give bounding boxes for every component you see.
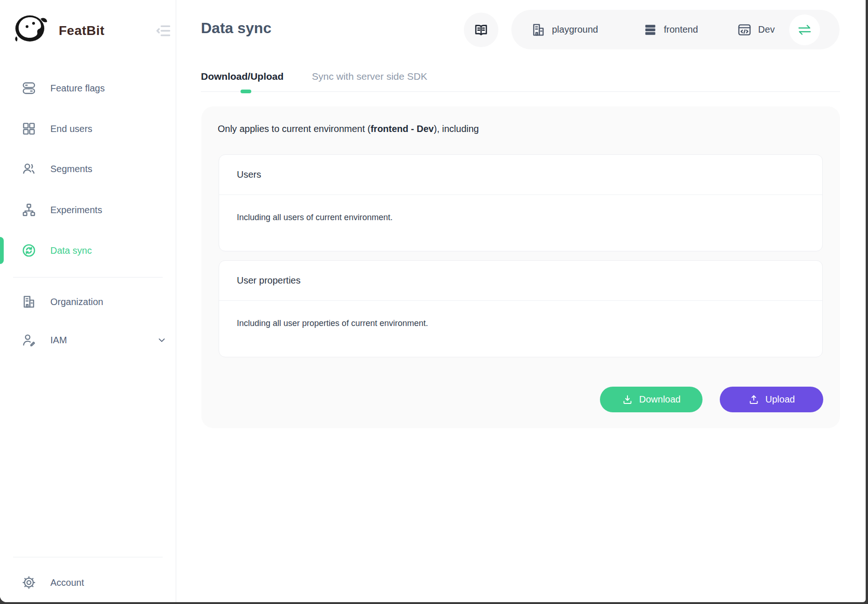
upload-icon: [748, 394, 759, 405]
active-tab-indicator: [241, 90, 251, 93]
data-sync-panel: Only applies to current environment (fro…: [201, 106, 840, 428]
end-users-icon: [21, 121, 36, 136]
users-section-title: Users: [219, 155, 822, 195]
docs-book-icon: [474, 23, 489, 37]
user-properties-section-card: User properties Including all user prope…: [219, 260, 823, 357]
switch-environment-icon: [797, 24, 813, 36]
download-icon: [622, 394, 633, 405]
sidebar-item-segments[interactable]: Segments: [0, 149, 176, 189]
brand-name: FeatBit: [59, 23, 104, 38]
switch-environment-button[interactable]: [789, 14, 820, 45]
upload-button[interactable]: Upload: [720, 387, 823, 412]
user-properties-section-description: Including all user properties of current…: [219, 301, 822, 328]
documentation-button[interactable]: [464, 13, 498, 47]
sidebar-item-iam[interactable]: IAM: [0, 321, 176, 359]
sidebar-item-label: Segments: [50, 164, 92, 174]
organization-icon: [21, 294, 36, 309]
segments-icon: [21, 161, 36, 176]
current-org-label[interactable]: playground: [552, 24, 598, 35]
sidebar-divider: [13, 557, 163, 557]
org-building-icon: [531, 22, 546, 37]
tab-download-upload[interactable]: Download/Upload: [201, 71, 283, 82]
sidebar-item-data-sync[interactable]: Data sync: [0, 230, 176, 271]
experiments-icon: [21, 202, 36, 217]
chevron-down-icon: [157, 335, 167, 345]
scope-note-prefix: Only applies to current environment (: [218, 124, 371, 134]
sidebar-item-label: Data sync: [50, 245, 92, 256]
feature-flags-icon: [21, 81, 36, 96]
iam-icon: [21, 333, 36, 347]
sidebar-item-label: Experiments: [50, 205, 102, 215]
sidebar-item-account[interactable]: Account: [0, 562, 176, 602]
sidebar: FeatBit Feature flags: [0, 0, 176, 602]
sidebar-item-end-users[interactable]: End users: [0, 109, 176, 149]
sidebar-item-label: Feature flags: [50, 83, 105, 94]
sidebar-item-label: IAM: [50, 335, 67, 346]
user-properties-section-title: User properties: [219, 261, 822, 301]
scope-note: Only applies to current environment (fro…: [218, 124, 479, 134]
data-sync-icon: [21, 243, 36, 258]
download-button[interactable]: Download: [600, 387, 703, 412]
scope-note-suffix: ), including: [434, 124, 479, 134]
project-env-switcher[interactable]: playground frontend Dev: [511, 10, 840, 49]
sidebar-item-label: Account: [50, 577, 84, 588]
env-code-icon: [737, 22, 752, 37]
account-gear-icon: [21, 575, 36, 590]
current-project-label[interactable]: frontend: [664, 24, 698, 35]
scope-note-environment: frontend - Dev: [371, 124, 434, 134]
tab-sync-server-sdk[interactable]: Sync with server side SDK: [312, 71, 427, 82]
featbit-logo: [11, 12, 50, 44]
sidebar-divider: [13, 277, 163, 278]
app-window: FeatBit Feature flags: [0, 0, 866, 602]
page-title: Data sync: [201, 20, 271, 37]
download-button-label: Download: [639, 394, 681, 405]
sidebar-item-feature-flags[interactable]: Feature flags: [0, 68, 176, 108]
sidebar-item-label: End users: [50, 124, 92, 134]
current-env-label[interactable]: Dev: [758, 24, 775, 35]
sidebar-item-label: Organization: [50, 297, 103, 307]
users-section-card: Users Including all users of current env…: [219, 154, 823, 251]
sidebar-item-experiments[interactable]: Experiments: [0, 190, 176, 230]
upload-button-label: Upload: [765, 394, 795, 405]
users-section-description: Including all users of current environme…: [219, 195, 822, 222]
sidebar-item-organization[interactable]: Organization: [0, 283, 176, 321]
tabs-divider: [201, 91, 840, 92]
sidebar-collapse-icon[interactable]: [154, 22, 172, 39]
project-stack-icon: [643, 22, 658, 37]
